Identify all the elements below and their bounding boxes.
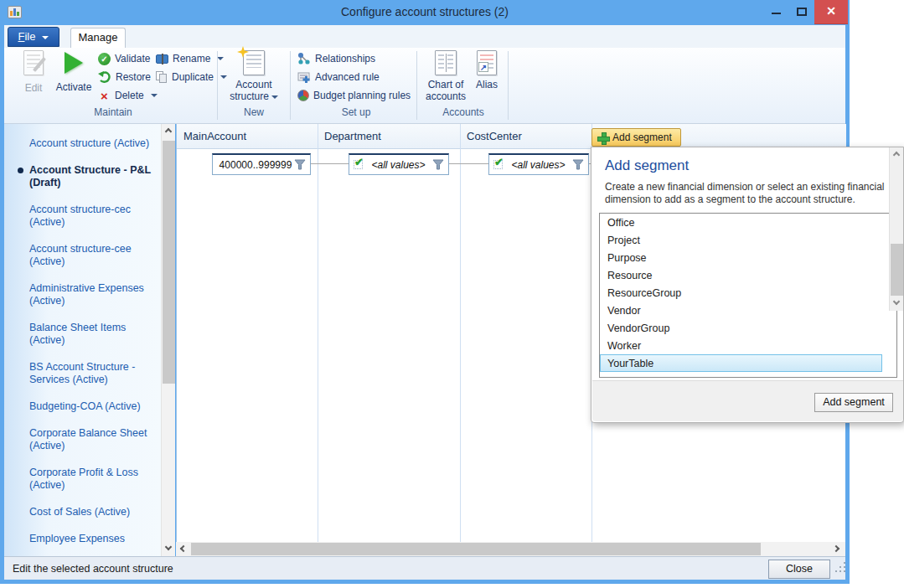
scroll-down-arrow[interactable] [890, 297, 904, 311]
dimension-list-item[interactable]: ResourceGroup [600, 284, 882, 302]
dimension-list-item[interactable]: Office [600, 214, 882, 231]
sidebar-item[interactable]: Account structure-cee (Active) [29, 243, 156, 268]
tab-row: File Manage ? [4, 25, 845, 48]
group-label-maintain: Maintain [71, 106, 155, 118]
scrollbar-thumb[interactable] [163, 141, 175, 384]
activate-button[interactable]: Activate [53, 50, 95, 93]
selected-bullet-icon [18, 168, 23, 173]
scroll-up-arrow[interactable] [162, 124, 176, 138]
scroll-left-arrow[interactable] [176, 542, 190, 556]
chevron-down-icon [271, 95, 278, 99]
close-button[interactable]: Close [768, 560, 830, 579]
group-label-accounts: Accounts [421, 106, 505, 118]
dimension-list-item[interactable]: VendorGroup [600, 319, 882, 337]
rename-button[interactable]: Rename [156, 51, 224, 66]
dimension-list-item[interactable]: Purpose [600, 249, 882, 266]
sidebar-item[interactable]: Account structure (Active) [29, 137, 156, 150]
checkbox-checked-icon[interactable]: ✔ [354, 160, 363, 169]
status-message: Edit the selected account structure [13, 563, 173, 575]
relationships-icon [297, 52, 311, 65]
sidebar-item[interactable]: BS Account Structure - Services (Active) [29, 361, 156, 386]
activate-icon [65, 52, 83, 74]
scrollbar-thumb[interactable] [891, 244, 903, 296]
budget-planning-rules-button[interactable]: Budget planning rules [297, 88, 411, 103]
relationships-button[interactable]: Relationships [297, 51, 375, 66]
minimize-button[interactable] [764, 0, 789, 24]
dimension-list-item[interactable]: Vendor [600, 302, 882, 319]
delete-button[interactable]: ×Delete [98, 88, 158, 103]
dimension-list-item[interactable]: Project [600, 231, 882, 249]
restore-icon [98, 71, 111, 84]
group-label-new: New [224, 106, 284, 118]
scroll-right-arrow[interactable] [831, 542, 845, 556]
account-structure-list: Account structure (Active) Account Struc… [4, 124, 161, 556]
rename-icon [156, 54, 168, 64]
sidebar-item[interactable]: Cost of Sales (Active) [29, 506, 156, 518]
plus-icon [597, 132, 608, 143]
chevron-down-icon [42, 36, 49, 39]
validate-button[interactable]: ✓Validate [98, 51, 150, 66]
new-account-structure-icon [243, 50, 265, 75]
scroll-down-arrow[interactable] [162, 542, 176, 556]
maximize-button[interactable] [789, 0, 814, 24]
chevron-down-icon [151, 94, 158, 97]
close-icon: ✕ [814, 4, 848, 18]
horizontal-scrollbar[interactable] [176, 542, 845, 556]
sidebar-item[interactable]: Account structure-cec (Active) [29, 204, 156, 229]
alias-button[interactable]: ↗ Alias [470, 50, 504, 90]
add-segment-toolbar-button[interactable]: Add segment [591, 128, 681, 147]
budget-planning-rules-icon [297, 90, 309, 101]
sidebar-scrollbar[interactable] [161, 124, 175, 556]
filter-funnel-icon[interactable] [294, 159, 306, 170]
add-segment-popup: Add segment Create a new financial dimen… [591, 147, 904, 423]
sidebar-item[interactable]: Employee Expenses [29, 533, 156, 545]
listbox-scrollbar[interactable] [889, 147, 903, 311]
sidebar-item[interactable]: Budgeting-COA (Active) [29, 400, 156, 413]
close-window-button[interactable]: ✕ [814, 0, 848, 24]
delete-icon: × [98, 89, 111, 103]
dimension-list-item[interactable]: Worker [600, 337, 882, 354]
advanced-rule-icon [297, 70, 311, 84]
duplicate-icon [156, 71, 168, 83]
popup-title: Add segment [605, 157, 689, 174]
filter-funnel-icon[interactable] [432, 159, 444, 170]
column-header-department: Department [324, 130, 381, 142]
checkbox-checked-icon[interactable]: ✔ [493, 160, 503, 169]
window-title: Configure account structures (2) [0, 5, 850, 18]
status-bar: Edit the selected account structure Clos… [4, 556, 845, 580]
group-label-setup: Set up [297, 106, 415, 118]
restore-button[interactable]: Restore [98, 70, 151, 85]
dimension-list-item[interactable]: Resource [600, 266, 882, 284]
costcenter-filter-box[interactable]: ✔ <all values> [488, 153, 589, 175]
mainaccount-filter-box[interactable]: 400000..999999 [212, 153, 311, 175]
column-header-costcenter: CostCenter [467, 130, 522, 142]
sidebar-item[interactable]: Administrative Expenses (Active) [29, 282, 156, 307]
department-filter-box[interactable]: ✔ <all values> [349, 153, 449, 175]
edit-icon [23, 50, 44, 75]
title-bar: Configure account structures (2) ✕ [0, 0, 850, 25]
sidebar-item[interactable]: Account Structure - P&L (Draft) [29, 164, 156, 189]
scrollbar-thumb[interactable] [191, 543, 761, 555]
advanced-rule-button[interactable]: Advanced rule [297, 70, 380, 85]
dimension-list-item[interactable]: YourTable [600, 354, 882, 372]
file-menu-button[interactable]: File [8, 27, 59, 47]
validate-icon: ✓ [98, 53, 111, 65]
resize-grip[interactable] [835, 562, 847, 574]
sidebar-item[interactable]: Corporate Balance Sheet (Active) [29, 427, 156, 452]
tab-manage[interactable]: Manage [70, 28, 126, 48]
column-header-mainaccount: MainAccount [183, 130, 246, 142]
ribbon: Edit Activate ✓Validate Restore ×Delete … [4, 48, 845, 124]
popup-description: Create a new financial dimension or sele… [605, 181, 898, 206]
scroll-up-arrow[interactable] [890, 147, 904, 162]
chart-of-accounts-icon [435, 50, 457, 75]
edit-button[interactable]: Edit [14, 50, 53, 94]
account-structure-button[interactable]: Account structure [224, 50, 284, 102]
dimension-listbox: Office Project Purpose Resource Resource… [599, 213, 897, 378]
popup-footer: Add segment [592, 380, 903, 421]
filter-funnel-icon[interactable] [572, 159, 584, 170]
add-segment-confirm-button[interactable]: Add segment [814, 393, 893, 412]
sidebar-item[interactable]: Balance Sheet Items (Active) [29, 322, 156, 347]
chart-of-accounts-button[interactable]: Chart of accounts [421, 50, 470, 102]
sidebar-item[interactable]: Corporate Profit & Loss (Active) [29, 467, 156, 492]
alias-icon: ↗ [477, 50, 497, 75]
